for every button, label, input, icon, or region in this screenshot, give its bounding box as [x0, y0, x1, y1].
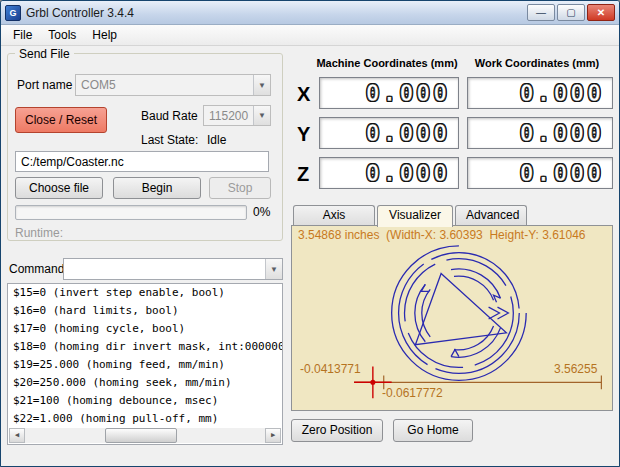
- port-name-label: Port name: [17, 78, 72, 92]
- window-title: Grbl Controller 3.4.4: [26, 6, 527, 20]
- grbl-controller-window: G Grbl Controller 3.4.4 — ▢ ✕ File Tools…: [0, 0, 620, 467]
- last-state-value: Idle: [207, 133, 226, 147]
- last-state-label: Last State:: [141, 133, 198, 147]
- console-line: $19=25.000 (homing feed, mm/min): [8, 356, 282, 374]
- minimize-button[interactable]: —: [527, 4, 555, 21]
- axis-label-y: Y: [297, 123, 310, 146]
- begin-button[interactable]: Begin: [113, 177, 201, 199]
- lcd-value: 0.000: [520, 80, 604, 106]
- zero-position-button[interactable]: Zero Position: [291, 419, 383, 442]
- console-line: $18=0 (homing dir invert mask, int:00000…: [8, 338, 282, 356]
- close-button[interactable]: ✕: [587, 4, 615, 21]
- chevron-down-icon: ▼: [253, 75, 270, 95]
- chevron-down-icon: ▼: [265, 259, 282, 279]
- console-line: $17=0 (homing cycle, bool): [8, 320, 282, 338]
- min-x-label: -0.0413771: [300, 362, 361, 376]
- scrollbar-thumb[interactable]: [105, 428, 177, 443]
- send-file-group-label: Send File: [15, 47, 74, 61]
- port-name-select[interactable]: COM5 ▼: [75, 74, 271, 96]
- port-name-value: COM5: [76, 78, 253, 92]
- scroll-right-icon[interactable]: ▶: [265, 428, 281, 443]
- horizontal-scrollbar[interactable]: ◀ ▶: [9, 428, 281, 443]
- menu-bar: File Tools Help: [1, 25, 619, 46]
- choose-file-button[interactable]: Choose file: [15, 177, 103, 199]
- axis-label-z: Z: [297, 163, 309, 186]
- file-path-input[interactable]: [15, 151, 269, 172]
- tab-axis-control[interactable]: Axis Control: [293, 205, 375, 226]
- console-line: $22=1.000 (homing pull-off, mm): [8, 410, 282, 428]
- command-combobox[interactable]: ▼: [63, 258, 283, 280]
- max-x-label: 3.56255: [554, 362, 597, 376]
- baud-rate-label: Baud Rate: [141, 109, 198, 123]
- stop-button[interactable]: Stop: [209, 177, 271, 199]
- console-line: $15=0 (invert step enable, bool): [8, 284, 282, 302]
- work-coordinate-z: 0.000: [467, 157, 613, 189]
- go-home-button[interactable]: Go Home: [393, 419, 473, 442]
- chevron-down-icon: ▼: [253, 106, 270, 125]
- lcd-value: 0.000: [366, 120, 450, 146]
- runtime-label: Runtime:: [15, 226, 63, 240]
- machine-coordinate-y: 0.000: [319, 117, 459, 149]
- lcd-value: 0.000: [366, 80, 450, 106]
- baud-rate-value: 115200: [204, 109, 253, 123]
- tab-advanced[interactable]: Advanced: [455, 205, 527, 226]
- app-icon: G: [5, 5, 21, 21]
- machine-coordinate-z: 0.000: [319, 157, 459, 189]
- progress-percent: 0%: [253, 205, 270, 219]
- machine-coordinate-x: 0.000: [319, 77, 459, 109]
- command-label: Command: [9, 262, 64, 276]
- machine-coordinates-header: Machine Coordinates (mm): [303, 57, 471, 69]
- titlebar[interactable]: G Grbl Controller 3.4.4 — ▢ ✕: [1, 1, 619, 25]
- progress-bar: [15, 205, 247, 220]
- lcd-value: 0.000: [520, 160, 604, 186]
- scrollbar-track[interactable]: [25, 428, 265, 443]
- tab-visualizer[interactable]: Visualizer: [377, 205, 453, 227]
- menu-file[interactable]: File: [5, 26, 40, 44]
- lcd-value: 0.000: [520, 120, 604, 146]
- close-reset-button[interactable]: Close / Reset: [15, 107, 107, 133]
- visualizer-info: 3.54868 inches (Width-X: 3.60393 Height-…: [298, 228, 586, 242]
- work-coordinates-header: Work Coordinates (mm): [459, 57, 615, 69]
- work-coordinate-y: 0.000: [467, 117, 613, 149]
- visualizer-panel[interactable]: 3.54868 inches (Width-X: 3.60393 Height-…: [291, 225, 613, 411]
- console-line: $21=100 (homing debounce, msec): [8, 392, 282, 410]
- console-line: $16=0 (hard limits, bool): [8, 302, 282, 320]
- menu-help[interactable]: Help: [84, 26, 125, 44]
- min-y-label: -0.0617772: [382, 386, 443, 400]
- lcd-value: 0.000: [366, 160, 450, 186]
- menu-tools[interactable]: Tools: [40, 26, 84, 44]
- maximize-button[interactable]: ▢: [557, 4, 585, 21]
- toolpath-canvas[interactable]: [292, 226, 612, 410]
- axis-label-x: X: [297, 83, 310, 106]
- console-line: $20=250.000 (homing seek, mm/min): [8, 374, 282, 392]
- baud-rate-select[interactable]: 115200 ▼: [203, 105, 271, 126]
- status-console[interactable]: $15=0 (invert step enable, bool) $16=0 (…: [7, 283, 283, 445]
- scroll-left-icon[interactable]: ◀: [9, 428, 25, 443]
- work-coordinate-x: 0.000: [467, 77, 613, 109]
